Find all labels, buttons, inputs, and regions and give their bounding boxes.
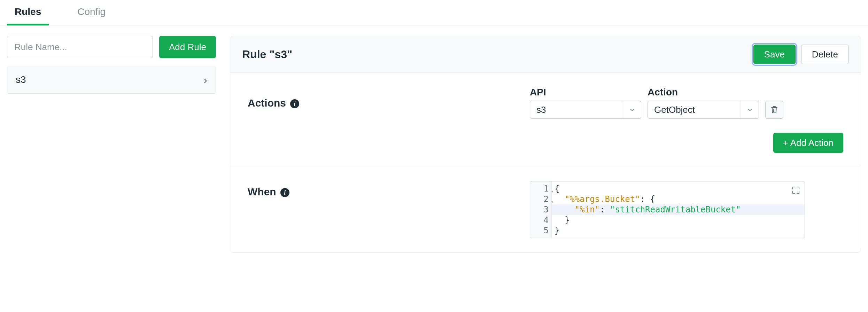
rule-list-item-label: s3 <box>16 74 26 85</box>
main-header: Rule "s3" Save Delete <box>230 36 861 73</box>
sidebar: Add Rule s3 › <box>7 36 216 253</box>
actions-section: Actions i API s3 Action <box>230 73 861 167</box>
action-select-value: GetObject <box>648 104 741 115</box>
code-body[interactable]: { "%%args.Bucket": { "%in": "stitchReadW… <box>552 181 805 238</box>
when-label: When <box>248 186 276 198</box>
chevron-down-icon <box>741 101 759 118</box>
actions-label: Actions <box>248 97 286 109</box>
tab-rules[interactable]: Rules <box>7 0 49 25</box>
tabs: Rules Config <box>0 0 868 25</box>
rule-list-item[interactable]: s3 › <box>7 66 216 94</box>
info-icon[interactable]: i <box>290 99 299 108</box>
api-field-label: API <box>530 87 641 98</box>
delete-button[interactable]: Delete <box>801 45 849 64</box>
chevron-right-icon: › <box>203 73 207 87</box>
api-select-value: s3 <box>530 104 623 115</box>
delete-action-button[interactable] <box>765 101 783 119</box>
when-code-editor[interactable]: 1▾2▾345 { "%%args.Bucket": { "%in": "sti… <box>530 181 805 238</box>
action-select[interactable]: GetObject <box>648 101 759 119</box>
info-icon[interactable]: i <box>280 188 289 197</box>
trash-icon <box>770 106 778 114</box>
chevron-down-icon <box>623 101 641 118</box>
rule-title: Rule "s3" <box>242 48 292 61</box>
expand-icon[interactable] <box>792 186 800 196</box>
add-action-button[interactable]: + Add Action <box>773 133 843 153</box>
action-field-label: Action <box>648 87 759 98</box>
add-rule-button[interactable]: Add Rule <box>159 36 216 58</box>
main-panel: Rule "s3" Save Delete Actions i API s3 <box>230 36 861 253</box>
rule-name-input[interactable] <box>7 36 153 58</box>
code-gutter: 1▾2▾345 <box>530 181 552 238</box>
tab-config[interactable]: Config <box>70 0 113 25</box>
api-select[interactable]: s3 <box>530 101 641 119</box>
when-section: When i 1▾2▾345 { "%%args.Bucket": { "%in… <box>230 167 861 252</box>
save-button[interactable]: Save <box>753 45 796 64</box>
